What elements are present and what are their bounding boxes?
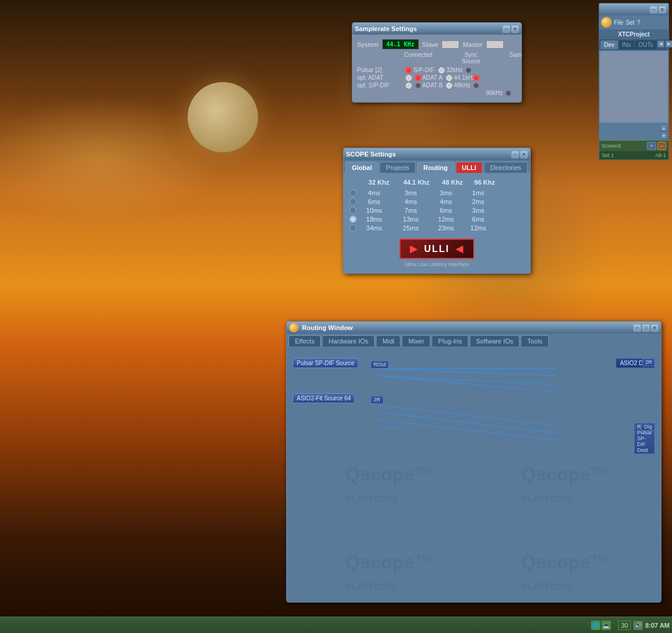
- tab-ulli[interactable]: ULLI: [456, 162, 483, 173]
- sync-header: Sync Source: [461, 52, 480, 64]
- pulsar-rout-port: ROut: [371, 360, 389, 369]
- scroll-down-btn[interactable]: ▼: [660, 132, 667, 139]
- samplerate-close-btn[interactable]: ✕: [511, 25, 519, 33]
- tab-nav-right[interactable]: ▶: [666, 40, 672, 47]
- source-radio-2[interactable]: [406, 83, 412, 89]
- latency-row-4: 34ms 25ms 23ms 12ms: [349, 224, 524, 232]
- master-btn[interactable]: [486, 40, 504, 49]
- tab-outs[interactable]: OUTs: [635, 40, 657, 49]
- svg-line-2: [376, 376, 556, 384]
- tab-ins[interactable]: INs: [619, 40, 634, 49]
- sr-name-0: 32kHz: [446, 67, 464, 73]
- tab-hardware-ios[interactable]: Hardware IOs: [322, 335, 375, 346]
- taskbar: 🌐 💻 30 🔊 8:07 AM: [0, 617, 672, 633]
- lat-44-0: 3ms: [392, 189, 430, 196]
- sr-name-1: 44.1kHz: [454, 74, 471, 81]
- source-asio2: ASIO2-Flt Source 64 1L 1R 2L 2R: [293, 393, 355, 403]
- lat-radio-1[interactable]: [349, 198, 357, 205]
- lat-48-2: 6ms: [430, 207, 462, 214]
- source-active-1[interactable]: [415, 75, 421, 81]
- source-row-0: Pulsar [2] S/P-DIF 32kHz: [357, 67, 517, 73]
- side-panel-titlebar[interactable]: ─ ✕: [599, 4, 668, 15]
- routing-controls: ─ □ ✕: [633, 324, 659, 332]
- latency-header: 32 Khz 44.1 Khz 48 Khz 96 Khz: [349, 179, 524, 186]
- tab-mixer[interactable]: Mixer: [402, 335, 430, 346]
- menu-help[interactable]: ?: [637, 19, 640, 26]
- sync-radio-1[interactable]: [446, 75, 452, 81]
- routing-restore-btn[interactable]: □: [642, 324, 650, 332]
- source-radio-0[interactable]: [406, 67, 412, 73]
- source-radio-1[interactable]: [406, 75, 412, 81]
- lh-44: 44.1 Khz: [396, 179, 436, 186]
- lat-48-3: 12ms: [430, 216, 462, 223]
- sr-name-2: 48kHz: [454, 82, 471, 89]
- samplerate-minimize-btn[interactable]: ─: [503, 25, 510, 33]
- set-label: Set 1: [602, 152, 614, 158]
- lat-radio-0[interactable]: [349, 189, 357, 196]
- lat-radio-2[interactable]: [349, 207, 357, 214]
- scope-controls: ─ ✕: [511, 151, 528, 158]
- routing-minimize-btn[interactable]: ─: [633, 324, 641, 332]
- menu-set[interactable]: Set: [626, 19, 634, 26]
- tab-dev[interactable]: Dev: [600, 40, 618, 49]
- connected-header: Connected: [404, 52, 432, 64]
- side-scroll-area: ▲ ▼: [599, 123, 668, 140]
- routing-close-btn[interactable]: ✕: [651, 324, 659, 332]
- scope-close-btn[interactable]: ✕: [520, 151, 528, 158]
- lat-32-3: 18ms: [357, 216, 392, 223]
- sr-radio-2[interactable]: [473, 83, 479, 89]
- tab-nav-btns: ◀ ▶: [657, 40, 672, 49]
- latency-row-0: 4ms 3ms 3ms 1ms: [349, 189, 524, 196]
- lat-96-0: 1ms: [462, 189, 494, 196]
- scope-tabs-bar: Global Projects Routing ULLI Directories: [344, 160, 530, 173]
- side-close-btn[interactable]: ✕: [659, 6, 666, 13]
- screen-add-btn[interactable]: +: [647, 142, 656, 150]
- sr-radio-0[interactable]: [466, 67, 471, 73]
- sync-radio-0[interactable]: [439, 67, 444, 73]
- scope-titlebar[interactable]: SCOPE Settings ─ ✕: [344, 148, 530, 160]
- lat-44-1: 4ms: [392, 198, 430, 205]
- screen-remove-btn[interactable]: −: [657, 142, 666, 150]
- routing-titlebar[interactable]: Routing Window ─ □ ✕: [287, 322, 661, 333]
- lat-radio-3[interactable]: [349, 216, 357, 223]
- tab-routing[interactable]: Routing: [417, 162, 454, 173]
- scope-minimize-btn[interactable]: ─: [511, 151, 519, 158]
- tab-effects[interactable]: Effects: [289, 335, 321, 346]
- sr-radio-3[interactable]: [505, 90, 511, 96]
- source-name-1: opt. ADAT: [357, 74, 404, 81]
- lat-44-2: 7ms: [392, 207, 430, 214]
- lat-radio-4[interactable]: [349, 224, 357, 232]
- scroll-up-btn[interactable]: ▲: [660, 124, 667, 131]
- samplerate-titlebar[interactable]: Samplerate Settings ─ ✕: [352, 23, 521, 35]
- tab-tools[interactable]: Tools: [521, 335, 549, 346]
- taskbar-icon-2[interactable]: 💻: [602, 621, 611, 630]
- taskbar-icons: 🌐 💻: [591, 621, 611, 630]
- tab-directories[interactable]: Directories: [484, 162, 528, 173]
- lat-48-0: 3ms: [430, 189, 462, 196]
- tab-nav-left[interactable]: ◀: [657, 40, 664, 47]
- routing-tabs-bar: Effects Hardware IOs Midi Mixer Plug-Ins…: [287, 333, 661, 346]
- lat-96-1: 2ms: [462, 198, 494, 205]
- sr-column-headers: Connected Sync Source Samplerate: [357, 52, 517, 64]
- sync-radio-2[interactable]: [446, 83, 452, 89]
- sr-radio-1[interactable]: [473, 75, 479, 81]
- taskbar-icon-1[interactable]: 🌐: [591, 621, 600, 630]
- tab-midi[interactable]: Midi: [376, 335, 401, 346]
- menu-file[interactable]: File: [614, 19, 623, 26]
- tab-software-ios[interactable]: Software IOs: [470, 335, 520, 346]
- tab-projects[interactable]: Projects: [379, 162, 416, 173]
- system-label: System: [357, 41, 379, 48]
- taskbar-network-icon[interactable]: 🔊: [633, 621, 643, 630]
- side-panel-set-row: Set 1 Alt-1: [599, 151, 668, 159]
- side-minimize-btn[interactable]: ─: [650, 6, 657, 13]
- routing-title: Routing Window: [302, 324, 353, 331]
- tab-global[interactable]: Global: [345, 162, 378, 173]
- screen-label: Screen5: [602, 143, 622, 149]
- tab-plugins[interactable]: Plug-Ins: [432, 335, 468, 346]
- side-panel-tabs: Dev INs OUTs ◀ ▶: [599, 39, 668, 50]
- asio2-source-label: ASIO2-Flt Source 64: [293, 393, 355, 403]
- slave-btn[interactable]: [442, 40, 459, 49]
- sync-name-1: ADAT A: [422, 74, 444, 81]
- scope-title: SCOPE Settings: [346, 151, 396, 158]
- lat-96-4: 12ms: [462, 224, 494, 232]
